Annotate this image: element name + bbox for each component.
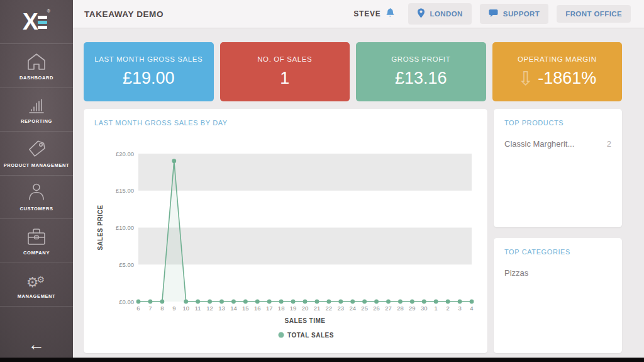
person-icon: [26, 182, 47, 202]
top-products-panel: TOP PRODUCTS Classic Margherit... 2: [494, 109, 622, 227]
header-actions: STEVE LONDON: [353, 3, 631, 25]
svg-text:13: 13: [218, 305, 225, 312]
svg-text:7: 7: [148, 305, 152, 312]
top-header: TAKEAWAY DEMO STEVE LONDON: [73, 0, 644, 28]
svg-text:18: 18: [278, 305, 285, 312]
chat-bubble-icon: [489, 9, 498, 19]
map-pin-icon: [417, 8, 425, 20]
svg-text:28: 28: [397, 305, 404, 312]
sidebar: X ® DASHBOARD REPORTING: [0, 0, 73, 358]
kpi-card-gross-sales[interactable]: LAST MONTH GROSS SALES £19.00: [84, 42, 214, 101]
svg-text:6: 6: [136, 305, 140, 312]
sidebar-item-management[interactable]: ⚙⚙ MANAGEMENT: [0, 263, 73, 307]
back-arrow-button[interactable]: ←: [0, 336, 73, 353]
page-title: TAKEAWAY DEMO: [84, 9, 164, 19]
top-products-title: TOP PRODUCTS: [504, 119, 611, 127]
bar-chart-icon: [27, 94, 46, 115]
briefcase-icon: [26, 226, 47, 246]
kpi-value: ⇩ -1861%: [518, 69, 596, 88]
support-button[interactable]: SUPPORT: [480, 4, 548, 24]
sidebar-item-label: CUSTOMERS: [19, 206, 53, 212]
svg-text:£0.00: £0.00: [119, 298, 134, 305]
sidebar-item-dashboard[interactable]: DASHBOARD: [0, 44, 73, 88]
main-content: LAST MONTH GROSS SALES £19.00 NO. OF SAL…: [73, 29, 644, 358]
svg-text:14: 14: [230, 305, 237, 312]
home-icon: [26, 51, 47, 71]
svg-text:1: 1: [435, 305, 438, 312]
list-item[interactable]: Pizzas: [504, 268, 611, 278]
bottom-edge-bar: [0, 358, 644, 362]
top-categories-title: TOP CATEGORIES: [504, 248, 611, 256]
registered-trademark: ®: [47, 9, 50, 13]
svg-text:SALES TIME: SALES TIME: [284, 317, 325, 324]
user-menu[interactable]: STEVE: [353, 8, 394, 20]
sidebar-item-label: MANAGEMENT: [18, 293, 56, 299]
svg-text:8: 8: [160, 305, 164, 312]
svg-text:20: 20: [302, 305, 309, 312]
svg-text:25: 25: [361, 305, 368, 312]
kpi-value: £19.00: [123, 69, 175, 88]
sidebar-item-reporting[interactable]: REPORTING: [0, 88, 73, 132]
sidebar-item-company[interactable]: COMPANY: [0, 219, 73, 263]
tag-icon: [26, 139, 47, 159]
svg-text:£15.00: £15.00: [116, 187, 134, 194]
side-panels-column: TOP PRODUCTS Classic Margherit... 2 TOP …: [494, 109, 622, 353]
kpi-label: LAST MONTH GROSS SALES: [94, 55, 203, 63]
kpi-label: NO. OF SALES: [257, 55, 312, 63]
svg-text:11: 11: [195, 305, 201, 312]
kpi-value: 1: [280, 69, 289, 88]
logo-x-glyph: X: [23, 10, 36, 33]
app-window: X ® DASHBOARD REPORTING: [0, 0, 644, 362]
gears-icon: ⚙⚙: [26, 269, 47, 290]
svg-text:TOTAL SALES: TOTAL SALES: [287, 332, 334, 339]
category-name: Pizzas: [504, 268, 528, 278]
svg-text:26: 26: [373, 305, 380, 312]
list-item[interactable]: Classic Margherit... 2: [504, 139, 611, 149]
app-logo[interactable]: X ®: [0, 0, 73, 44]
logo-e-glyph: [38, 16, 47, 29]
sidebar-item-product-management[interactable]: PRODUCT MANAGEMENT: [0, 132, 73, 176]
svg-text:9: 9: [172, 305, 175, 312]
svg-text:15: 15: [242, 305, 249, 312]
kpi-label: OPERATING MARGIN: [518, 55, 597, 63]
svg-text:£5.00: £5.00: [119, 261, 134, 268]
sidebar-item-customers[interactable]: CUSTOMERS: [0, 176, 73, 220]
svg-text:£20.00: £20.00: [116, 150, 134, 157]
kpi-value-text: -1861%: [538, 69, 596, 88]
sidebar-item-label: DASHBOARD: [19, 75, 53, 81]
front-office-button[interactable]: FRONT OFFICE: [557, 5, 631, 23]
svg-text:2: 2: [446, 305, 449, 312]
kpi-label: GROSS PROFIT: [391, 55, 450, 63]
sales-by-day-chart-panel: LAST MONTH GROSS SALES BY DAY £0.00£5.00…: [84, 109, 487, 353]
bell-icon[interactable]: [386, 8, 395, 20]
kpi-row: LAST MONTH GROSS SALES £19.00 NO. OF SAL…: [84, 42, 622, 101]
product-name: Classic Margherit...: [504, 139, 574, 149]
kpi-card-gross-profit[interactable]: GROSS PROFIT £13.16: [356, 42, 486, 101]
user-name: STEVE: [353, 9, 380, 18]
svg-text:24: 24: [349, 305, 356, 312]
sidebar-item-label: PRODUCT MANAGEMENT: [4, 162, 70, 168]
svg-text:22: 22: [326, 305, 333, 312]
product-count: 2: [607, 139, 611, 149]
svg-text:19: 19: [290, 305, 297, 312]
sales-line-chart[interactable]: £0.00£5.00£10.00£15.00£20.00678910111213…: [84, 109, 487, 353]
svg-text:23: 23: [337, 305, 344, 312]
lower-row: LAST MONTH GROSS SALES BY DAY £0.00£5.00…: [84, 109, 622, 353]
svg-text:21: 21: [314, 305, 321, 312]
svg-text:3: 3: [458, 305, 461, 312]
kpi-card-no-of-sales[interactable]: NO. OF SALES 1: [220, 42, 350, 101]
kpi-value: £13.16: [395, 69, 447, 88]
top-categories-panel: TOP CATEGORIES Pizzas: [494, 238, 622, 353]
down-arrow-icon: ⇩: [518, 71, 533, 86]
location-button[interactable]: LONDON: [408, 3, 472, 25]
svg-text:SALES PRICE: SALES PRICE: [97, 205, 104, 250]
svg-text:27: 27: [385, 305, 392, 312]
sidebar-item-label: COMPANY: [23, 250, 50, 256]
svg-text:17: 17: [266, 305, 273, 312]
kpi-card-operating-margin[interactable]: OPERATING MARGIN ⇩ -1861%: [492, 42, 623, 101]
svg-text:30: 30: [421, 305, 428, 312]
svg-text:10: 10: [182, 305, 189, 312]
sidebar-item-label: REPORTING: [21, 118, 52, 124]
location-button-label: LONDON: [430, 10, 463, 18]
svg-text:12: 12: [206, 305, 213, 312]
